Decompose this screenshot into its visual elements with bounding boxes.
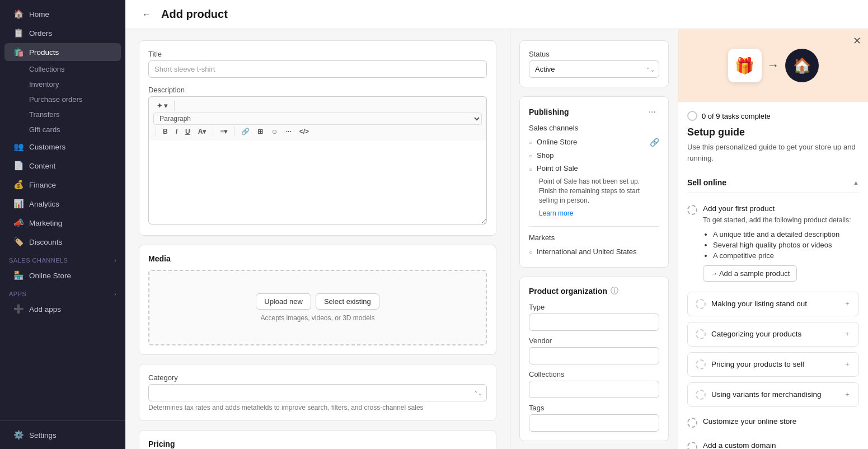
bullet-2: Several high quality photos or videos: [713, 241, 851, 249]
type-input[interactable]: [529, 314, 659, 331]
link-button[interactable]: 🔗: [238, 126, 253, 137]
setup-title: Setup guide: [687, 127, 859, 138]
emoji-button[interactable]: ☺: [268, 126, 281, 137]
sidebar-nav-item-home[interactable]: 🏠 Home: [4, 5, 121, 23]
sidebar-sub-item-gift-cards[interactable]: Gift cards: [4, 123, 121, 137]
status-select-wrapper: Active Draft: [529, 60, 659, 78]
setup-guide-close-button[interactable]: ✕: [853, 35, 861, 47]
analytics-icon: 📊: [13, 199, 24, 209]
finance-icon: 💰: [13, 180, 24, 190]
discounts-icon: 🏷️: [13, 237, 24, 247]
variants-toggle-icon: ＋: [844, 390, 851, 399]
toolbar-sep1: [174, 101, 175, 111]
guide-section-pricing-header[interactable]: Pricing your products to sell ＋: [688, 353, 858, 376]
underline-button[interactable]: U: [182, 126, 194, 137]
table-button[interactable]: ⊞: [254, 126, 266, 137]
tasks-progress-label: 0 of 9 tasks complete: [702, 112, 771, 120]
guide-section-categorizing: Categorizing your products ＋: [687, 322, 859, 347]
sidebar-nav-item-discounts[interactable]: 🏷️ Discounts: [4, 233, 121, 251]
publishing-title: Publishing: [529, 107, 569, 116]
publishing-dots-button[interactable]: ···: [645, 106, 659, 118]
bold-button[interactable]: B: [159, 126, 171, 137]
custom-domain-content: Add a custom domain: [703, 441, 776, 449]
sidebar-sub-item-transfers[interactable]: Transfers: [4, 107, 121, 121]
channel-name-3: Point of Sale: [537, 164, 578, 172]
first-product-task-row: Add your first product To get started, a…: [687, 204, 859, 282]
sidebar-nav-item-finance[interactable]: 💰 Finance: [4, 176, 121, 194]
guide-section-listing-header[interactable]: Making your listing stand out ＋: [688, 292, 858, 316]
channel-link-icon[interactable]: 🔗: [650, 138, 659, 147]
guide-section-categorizing-header[interactable]: Categorizing your products ＋: [688, 322, 858, 346]
back-button[interactable]: ←: [139, 8, 154, 21]
description-textarea[interactable]: [148, 141, 487, 225]
learn-more-link[interactable]: Learn more: [539, 209, 573, 217]
guide-section-pricing: Pricing your products to sell ＋: [687, 352, 859, 377]
tags-label: Tags: [529, 404, 659, 412]
guide-section-categorizing-title: Categorizing your products: [696, 329, 801, 339]
categorizing-toggle-icon: ＋: [844, 329, 851, 339]
sidebar-sub-item-collections[interactable]: Collections: [4, 62, 121, 76]
listing-toggle-icon: ＋: [844, 299, 851, 308]
collections-input[interactable]: [529, 381, 659, 398]
guide-section-variants-header[interactable]: Using variants for merchandising ＋: [688, 383, 858, 406]
sidebar-nav-item-products[interactable]: 🛍️ Products: [4, 43, 121, 61]
sidebar-nav-item-orders[interactable]: 📋 Orders: [4, 24, 121, 42]
sidebar-sub-item-purchase-orders[interactable]: Purchase orders: [4, 92, 121, 106]
toolbar-sep4: [234, 127, 234, 137]
page-header: ← Add product: [125, 0, 868, 29]
category-select-wrapper: [148, 384, 487, 401]
status-card: Status Active Draft: [519, 40, 669, 87]
status-select[interactable]: Active Draft: [529, 60, 659, 78]
sell-online-chevron[interactable]: ▲: [853, 179, 859, 186]
sidebar-nav-item-analytics[interactable]: 📊 Analytics: [4, 195, 121, 213]
categorizing-task-icon: [696, 329, 706, 339]
toolbar-magic-btn[interactable]: ✦ ▾: [153, 100, 171, 111]
title-input[interactable]: [148, 60, 487, 78]
tags-field: Tags: [529, 404, 659, 432]
custom-domain-task-row: Add a custom domain: [687, 437, 859, 449]
guide-illustration: 🎁 → 🏠: [728, 49, 819, 82]
setup-guide-panel: ✕ 🎁 → 🏠 0 of 9 tasks complete Setup guid…: [678, 29, 868, 449]
sidebar-nav-item-marketing[interactable]: 📣 Marketing: [4, 214, 121, 232]
publishing-card: Publishing ··· Sales channels ○ Online S…: [519, 96, 669, 268]
category-select[interactable]: [148, 384, 487, 401]
add-sample-product-button[interactable]: → Add a sample product: [703, 265, 797, 282]
pricing-task-icon: [696, 359, 706, 370]
publishing-header: Publishing ···: [529, 106, 659, 118]
vendor-input[interactable]: [529, 347, 659, 364]
code-button[interactable]: </>: [296, 126, 312, 137]
sales-channels-expand-icon[interactable]: ›: [114, 258, 116, 264]
market-circle-1: ○: [529, 249, 532, 255]
category-label: Category: [148, 373, 487, 382]
custom-domain-spinner: [687, 442, 697, 449]
apps-expand-icon[interactable]: ›: [114, 291, 116, 297]
content-area: Title Description ✦ ▾ Paragraph Heading …: [125, 29, 868, 449]
align-button[interactable]: ≡▾: [217, 126, 231, 137]
font-color-button[interactable]: A▾: [195, 126, 210, 137]
org-info-icon[interactable]: ⓘ: [611, 286, 618, 296]
guide-section-pricing-title: Pricing your products to sell: [696, 359, 804, 370]
sidebar-nav-item-settings[interactable]: ⚙️ Settings: [4, 426, 121, 444]
italic-button[interactable]: I: [172, 126, 181, 137]
task-progress: 0 of 9 tasks complete: [687, 111, 859, 121]
sidebar-sub-item-inventory[interactable]: Inventory: [4, 77, 121, 91]
upload-hint: Accepts images, videos, or 3D models: [161, 314, 475, 322]
customize-store-task-row: Customize your online store: [687, 413, 859, 432]
setup-desc: Use this personalized guide to get your …: [687, 142, 859, 163]
upload-new-button[interactable]: Upload new: [256, 293, 311, 310]
listing-task-icon: [696, 299, 706, 309]
first-product-spinner: [687, 205, 697, 215]
sell-online-header: Sell online ▲: [687, 172, 859, 193]
sidebar-nav-item-add-apps[interactable]: ➕ Add apps: [4, 300, 121, 318]
tags-input[interactable]: [529, 414, 659, 432]
sidebar-nav-item-online-store[interactable]: 🏪 Online Store: [4, 266, 121, 284]
sidebar-nav-item-content[interactable]: 📄 Content: [4, 157, 121, 175]
title-label: Title: [148, 50, 487, 58]
paragraph-select[interactable]: Paragraph Heading 1 Heading 2: [153, 113, 482, 125]
select-existing-button[interactable]: Select existing: [316, 293, 379, 310]
sidebar: 🏠 Home 📋 Orders 🛍️ Products Collections …: [0, 0, 125, 449]
product-org-card: Product organization ⓘ Type Vendor Colle…: [519, 277, 669, 441]
sidebar-nav-item-customers[interactable]: 👥 Customers: [4, 138, 121, 156]
more-button[interactable]: ···: [283, 126, 295, 137]
sell-online-section: Sell online ▲ Add your first product To …: [687, 172, 859, 407]
